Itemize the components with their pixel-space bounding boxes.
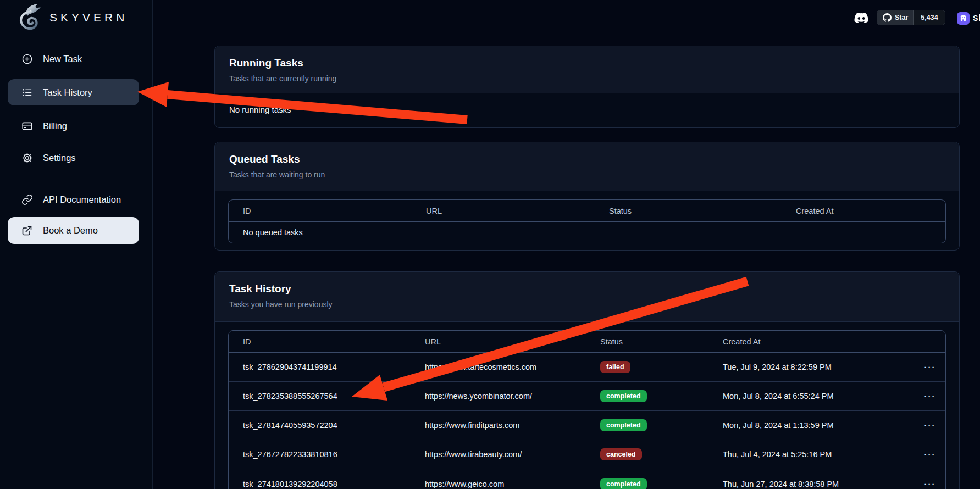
task-url: https://www.geico.com [425, 480, 600, 488]
sidebar-divider [9, 177, 137, 177]
queued-tasks-card: Queued Tasks Tasks that are waiting to r… [214, 142, 960, 251]
sidebar-item-new-task[interactable]: New Task [8, 47, 139, 71]
column-header-id: ID [229, 207, 426, 215]
card-subtitle: Tasks that are waiting to run [229, 170, 945, 179]
task-created-at: Thu, Jun 27, 2024 at 8:38:58 PM [723, 480, 915, 488]
column-header-url: URL [425, 337, 600, 346]
row-actions-button[interactable]: ··· [924, 450, 936, 459]
brand-name: SKYVERN [49, 11, 128, 24]
running-tasks-empty-text: No running tasks [215, 93, 959, 126]
task-history-header: Task History Tasks you have run previous… [215, 272, 959, 322]
column-header-status: Status [600, 337, 723, 346]
card-title: Running Tasks [229, 57, 945, 69]
avatar-glyph-icon [960, 15, 967, 22]
running-tasks-card: Running Tasks Tasks that are currently r… [214, 46, 960, 128]
task-history-card: Task History Tasks you have run previous… [214, 271, 960, 489]
row-actions-button[interactable]: ··· [924, 421, 936, 430]
sidebar-item-label: Task History [43, 87, 92, 98]
sidebar-item-label: API Documentation [43, 195, 121, 205]
github-icon [883, 13, 892, 22]
status-badge: completed [600, 390, 647, 402]
link-icon [21, 193, 33, 205]
task-created-at: Mon, Jul 8, 2024 at 6:55:24 PM [723, 392, 915, 401]
github-star-count: 5,434 [921, 14, 938, 21]
task-url: https://www.tirabeauty.com/ [425, 450, 600, 459]
table-header-row: ID URL Status Created At [229, 200, 945, 222]
task-created-at: Mon, Jul 8, 2024 at 1:13:59 PM [723, 421, 915, 430]
gear-icon [21, 152, 33, 164]
book-a-demo-button[interactable]: Book a Demo [8, 217, 139, 244]
logo[interactable]: SKYVERN [16, 3, 128, 32]
sidebar: SKYVERN New Task Task History Billing Se… [0, 0, 153, 489]
status-badge: canceled [600, 448, 642, 460]
sidebar-item-label: Billing [43, 121, 67, 131]
table-row[interactable]: tsk_274180139292204058 https://www.geico… [229, 469, 945, 489]
status-badge: completed [600, 478, 647, 489]
github-star-label: Star [895, 14, 908, 21]
task-created-at: Thu, Jul 4, 2024 at 5:25:16 PM [723, 450, 915, 459]
column-header-url: URL [426, 207, 609, 215]
task-id: tsk_278235388555267564 [229, 392, 425, 401]
column-header-id: ID [229, 337, 425, 346]
table-header-row: ID URL Status Created At [229, 331, 945, 353]
github-star-button[interactable]: Star 5,434 [877, 10, 945, 25]
card-subtitle: Tasks you have run previously [229, 300, 945, 309]
sidebar-item-billing[interactable]: Billing [8, 114, 139, 138]
list-icon [21, 86, 33, 98]
discord-icon[interactable] [853, 11, 870, 25]
task-url: https://www.tartecosmetics.com [425, 363, 600, 371]
task-id: tsk_278629043741199914 [229, 363, 425, 371]
row-actions-button[interactable]: ··· [924, 392, 936, 401]
external-link-icon [21, 225, 33, 237]
table-row[interactable]: tsk_278235388555267564 https://news.ycom… [229, 382, 945, 411]
plus-circle-icon [21, 53, 33, 65]
column-header-status: Status [609, 207, 796, 215]
queued-tasks-header: Queued Tasks Tasks that are waiting to r… [215, 142, 959, 191]
sidebar-item-task-history[interactable]: Task History [8, 79, 139, 105]
sidebar-item-label: New Task [43, 54, 82, 64]
table-row[interactable]: tsk_278629043741199914 https://www.tarte… [229, 353, 945, 382]
card-title: Queued Tasks [229, 153, 945, 165]
status-badge: completed [600, 419, 647, 431]
sidebar-item-label: Settings [43, 153, 76, 163]
task-history-table: ID URL Status Created At tsk_27862904374… [228, 330, 946, 489]
card-title: Task History [229, 283, 945, 295]
task-id: tsk_276727822333810816 [229, 450, 425, 459]
task-id: tsk_274180139292204058 [229, 480, 425, 488]
card-subtitle: Tasks that are currently running [229, 74, 945, 83]
credit-card-icon [21, 120, 33, 132]
queued-tasks-table: ID URL Status Created At No queued tasks [228, 199, 946, 243]
task-id: tsk_278147405593572204 [229, 421, 425, 430]
user-name-clipped: S [973, 14, 980, 23]
row-actions-button[interactable]: ··· [924, 363, 936, 372]
row-actions-button[interactable]: ··· [924, 479, 936, 488]
avatar[interactable] [957, 12, 970, 25]
sidebar-item-settings[interactable]: Settings [8, 146, 139, 170]
running-tasks-header: Running Tasks Tasks that are currently r… [215, 46, 959, 93]
sidebar-item-api-documentation[interactable]: API Documentation [8, 187, 139, 212]
task-url: https://www.finditparts.com [425, 421, 600, 430]
skyvern-dragon-icon [16, 3, 42, 32]
topbar: Star 5,434 S [153, 0, 980, 35]
sidebar-item-label: Book a Demo [43, 225, 98, 236]
table-row[interactable]: tsk_276727822333810816 https://www.tirab… [229, 440, 945, 469]
task-url: https://news.ycombinator.com/ [425, 392, 600, 401]
task-created-at: Tue, Jul 9, 2024 at 8:22:59 PM [723, 363, 915, 371]
status-badge: failed [600, 361, 630, 373]
table-row[interactable]: tsk_278147405593572204 https://www.findi… [229, 411, 945, 440]
column-header-created-at: Created At [723, 337, 915, 346]
queued-tasks-empty-text: No queued tasks [229, 222, 945, 243]
column-header-created-at: Created At [796, 207, 945, 215]
